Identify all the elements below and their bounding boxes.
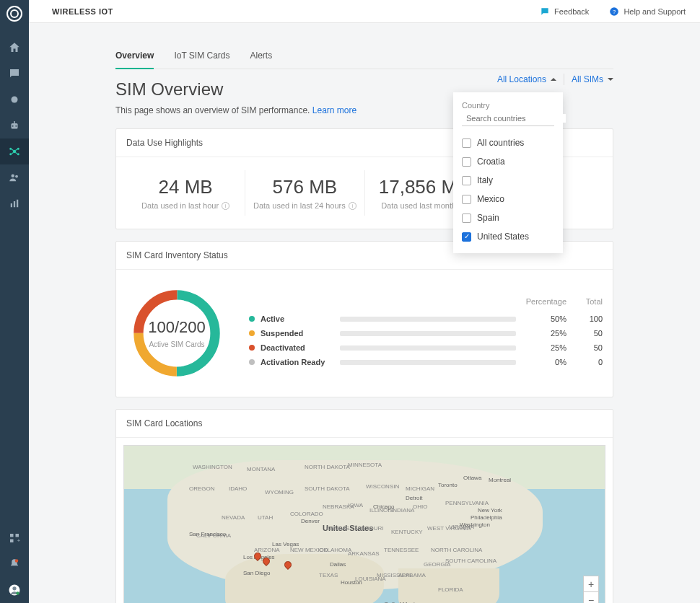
svg-text:+: +: [17, 537, 21, 544]
inventory-legend: Percentage Total Active 50% 100 Suspende…: [249, 297, 603, 369]
chevron-up-icon: [551, 78, 556, 81]
info-icon[interactable]: i: [349, 202, 356, 210]
svg-rect-15: [10, 534, 14, 537]
map-region-label: IDAHO: [229, 485, 247, 492]
learn-more-link[interactable]: Learn more: [312, 105, 356, 115]
svg-point-9: [17, 153, 19, 155]
help-label: Help and Support: [624, 7, 686, 16]
map-region-label: SOUTH DAKOTA: [305, 485, 350, 492]
map-city-label: Montreal: [489, 477, 511, 483]
map-region-label: OHIO: [413, 503, 427, 510]
map-region-label: TEXAS: [319, 572, 338, 578]
tab-overview[interactable]: Overview: [115, 45, 154, 69]
highlight-stat: 576 MBData used in last 24 hours i: [245, 170, 364, 216]
filter-divider: [564, 74, 564, 85]
map-region-label: TENNESSEE: [384, 547, 419, 553]
country-option[interactable]: Croatia: [462, 152, 554, 171]
dropdown-search: [462, 114, 554, 126]
map-city-label: New York: [478, 507, 502, 514]
zoom-out-button[interactable]: −: [584, 592, 598, 603]
checkbox-icon: [462, 195, 471, 204]
map-city-label: San Diego: [243, 570, 270, 576]
main-content: Overview IoT SIM Cards Alerts SIM Overvi…: [29, 23, 700, 603]
donut-center-value: 100/200: [148, 318, 206, 337]
info-icon[interactable]: i: [222, 202, 229, 210]
sidebar: +: [0, 0, 29, 603]
svg-point-2: [12, 126, 14, 127]
map-region-label: IOWA: [348, 502, 363, 509]
checkbox-icon: [462, 176, 471, 185]
map-region-label: OREGON: [189, 485, 215, 492]
filter-bar: All Locations All SIMs: [497, 74, 613, 85]
svg-rect-16: [16, 534, 19, 537]
map-city-label: Philadelphia: [471, 514, 502, 521]
svg-point-8: [9, 153, 12, 155]
chevron-down-icon: [608, 78, 613, 81]
highlight-stat: 24 MBData used in last hour i: [126, 170, 245, 216]
legend-dot-icon: [249, 345, 255, 351]
filter-locations[interactable]: All Locations: [497, 74, 556, 84]
country-option[interactable]: United States: [462, 227, 554, 246]
tab-iot-sim-cards[interactable]: IoT SIM Cards: [174, 45, 229, 69]
nav-home-icon[interactable]: [0, 35, 29, 61]
filter-sims[interactable]: All SIMs: [572, 74, 613, 84]
nav-notifications-icon[interactable]: [0, 551, 29, 577]
country-option[interactable]: Spain: [462, 208, 554, 227]
svg-point-0: [12, 97, 18, 103]
nav-group-icon[interactable]: [0, 164, 29, 190]
svg-point-19: [15, 559, 19, 563]
map-city-label: Toronto: [438, 482, 458, 488]
nav-robot-icon[interactable]: [0, 113, 29, 138]
feedback-link[interactable]: Feedback: [540, 6, 589, 17]
legend-header-total: Total: [566, 297, 603, 306]
feedback-icon: [540, 6, 550, 17]
country-option[interactable]: All countries: [462, 133, 554, 152]
legend-dot-icon: [249, 359, 255, 365]
legend-row: Active 50% 100: [249, 312, 603, 326]
card-header-locations: SIM Card Locations: [116, 410, 613, 438]
map-region-label: WISCONSIN: [366, 483, 399, 490]
nav-analytics-icon[interactable]: [0, 190, 29, 216]
map-city-label: Ottawa: [463, 475, 481, 481]
nav-dot-icon[interactable]: [0, 87, 29, 113]
legend-row: Suspended 25% 50: [249, 326, 603, 340]
nav-apps-icon[interactable]: +: [0, 525, 29, 551]
legend-header-percentage: Percentage: [516, 297, 566, 306]
app-logo-icon: [6, 6, 22, 22]
help-icon: ?: [609, 6, 619, 17]
svg-point-7: [17, 148, 19, 150]
checkbox-icon: [462, 138, 471, 148]
locations-dropdown: Country All countriesCroatiaItalyMexicoS…: [453, 92, 563, 253]
inventory-donut: 100/200 Active SIM Cards: [126, 283, 227, 384]
svg-text:?: ?: [613, 8, 616, 14]
brand-title: WIRELESS IOT: [52, 7, 113, 16]
zoom-in-button[interactable]: +: [584, 576, 598, 592]
map-region-label: UTAH: [258, 514, 273, 521]
map-region-label: PENNSYLVANIA: [445, 500, 489, 506]
map-region-label: WASHINGTON: [193, 464, 232, 470]
country-search-input[interactable]: [466, 114, 566, 123]
nav-avatar-icon[interactable]: [0, 577, 29, 603]
nav-chat-icon[interactable]: [0, 61, 29, 87]
map-zoom-control: + −: [583, 576, 599, 603]
map-region-label: SOUTH CAROLINA: [445, 558, 496, 564]
checkbox-icon: [462, 214, 471, 223]
map-region-label: NEVADA: [222, 514, 245, 521]
svg-rect-17: [10, 540, 14, 543]
map-city-label: Washington: [460, 521, 490, 528]
map-city-label: Dallas: [330, 561, 346, 568]
map-region-label: ALABAMA: [398, 572, 426, 578]
svg-point-22: [16, 591, 19, 595]
nav-network-icon[interactable]: [0, 138, 29, 164]
map-region-label: MINNESOTA: [348, 462, 382, 468]
sim-locations-map[interactable]: United States WASHINGTONMONTANANORTH DAK…: [123, 445, 605, 603]
map-city-label: San Francisco: [189, 531, 226, 537]
help-link[interactable]: ? Help and Support: [609, 6, 686, 17]
map-region-label: KANSAS: [326, 525, 349, 532]
country-option[interactable]: Italy: [462, 171, 554, 190]
tab-alerts[interactable]: Alerts: [250, 45, 273, 69]
svg-rect-4: [14, 121, 15, 123]
svg-rect-13: [14, 201, 15, 207]
svg-rect-12: [11, 203, 12, 207]
country-option[interactable]: Mexico: [462, 190, 554, 208]
